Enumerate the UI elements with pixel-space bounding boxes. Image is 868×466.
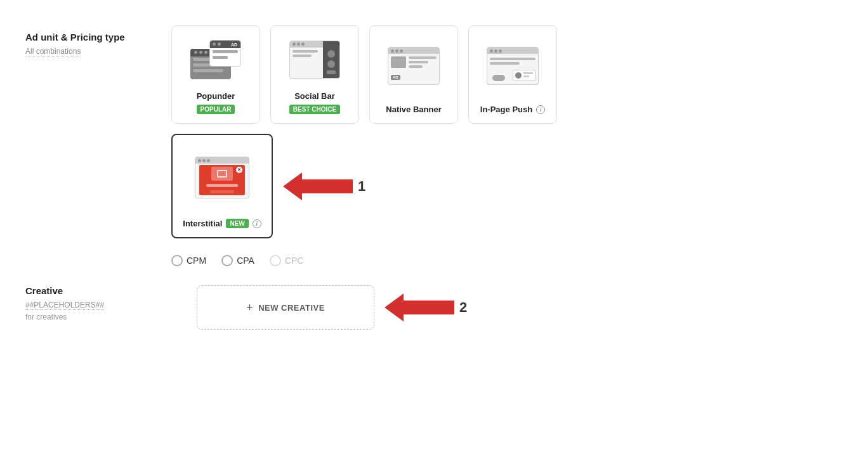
radio-cpm-circle[interactable] xyxy=(171,255,183,266)
fdot2 xyxy=(218,42,221,46)
sb-rect1 xyxy=(327,70,336,74)
is-bar2 xyxy=(210,190,234,193)
arrow1-number: 1 xyxy=(358,178,365,195)
interstitial-info-icon[interactable]: i xyxy=(253,219,261,228)
interstitial-icon-wrapper: ✕ xyxy=(179,143,265,212)
sdot3 xyxy=(301,42,305,46)
creative-sublabel: for creatives xyxy=(25,313,171,321)
ip-line2 xyxy=(490,62,520,65)
nb-left: AD xyxy=(391,56,406,81)
new-creative-label: NEW CREATIVE xyxy=(258,303,325,313)
ad-unit-section: Ad unit & Pricing type All combinations xyxy=(25,25,868,266)
dot2 xyxy=(199,51,202,54)
radio-cpa[interactable]: CPA xyxy=(221,255,254,266)
ip-body xyxy=(487,54,538,69)
arrow1-body xyxy=(302,179,353,193)
social-bar-badge: BEST CHOICE xyxy=(289,105,340,114)
radio-cpm[interactable]: CPM xyxy=(171,255,206,266)
ip-top-bar xyxy=(487,48,538,54)
top-cards-row: AD Popunder POPULAR xyxy=(171,25,557,124)
social-bar-label-row: Social Bar BEST CHOICE xyxy=(277,91,352,114)
sdot1 xyxy=(293,42,296,46)
in-page-push-info-icon[interactable]: i xyxy=(536,105,545,114)
arrow1-annotation: 1 xyxy=(283,172,365,200)
arrow1-head xyxy=(283,172,302,200)
in-page-push-icon-wrapper xyxy=(475,34,550,98)
new-creative-button[interactable]: + NEW CREATIVE xyxy=(197,285,374,330)
ip-notif-icon xyxy=(515,72,522,79)
social-bar-icon-wrapper xyxy=(277,34,352,85)
arrow1 xyxy=(283,172,353,200)
sb-line2 xyxy=(293,55,312,57)
popunder-name: Popunder xyxy=(197,91,235,101)
radio-cpa-label: CPA xyxy=(237,256,254,266)
card-interstitial[interactable]: ✕ Interstitial NEW i xyxy=(171,134,273,238)
arrow2 xyxy=(385,294,454,321)
arrow2-annotation: 2 xyxy=(385,294,467,321)
ad-label: AD xyxy=(229,42,239,48)
ip-text xyxy=(523,72,533,79)
ip-tline2 xyxy=(523,75,529,77)
popunder-label-row: Popunder POPULAR xyxy=(178,91,253,114)
ad-unit-sublabel: All combinations xyxy=(25,47,81,56)
ip-line1 xyxy=(490,58,536,60)
ad-unit-label: Ad unit & Pricing type xyxy=(25,32,171,42)
fline2 xyxy=(213,56,228,59)
radio-cpc: CPC xyxy=(270,255,304,266)
sb-circle1 xyxy=(327,50,335,58)
second-row: ✕ Interstitial NEW i xyxy=(171,134,557,238)
ad-unit-meta: Ad unit & Pricing type All combinations xyxy=(25,25,171,69)
arrow2-body xyxy=(404,301,454,314)
in-page-push-name: In-Page Push xyxy=(480,105,532,114)
ip-toggle xyxy=(492,75,505,81)
native-banner-icon-wrapper: AD xyxy=(376,34,451,98)
nb-ad-badge: AD xyxy=(391,75,400,80)
social-bar-icon xyxy=(289,41,340,79)
creative-action-row: + NEW CREATIVE 2 xyxy=(197,285,467,330)
ip-notification xyxy=(513,70,536,81)
card-in-page-push[interactable]: In-Page Push i xyxy=(468,25,557,124)
popunder-icon: AD xyxy=(190,40,241,79)
nb-top-bar xyxy=(388,48,439,54)
radio-cpa-circle[interactable] xyxy=(221,255,233,266)
is-overlay: ✕ xyxy=(199,165,245,195)
card-social-bar[interactable]: Social Bar BEST CHOICE xyxy=(270,25,359,124)
is-top-bar xyxy=(195,157,249,164)
ipdot2 xyxy=(494,49,497,53)
fline1 xyxy=(213,50,238,53)
dot3 xyxy=(204,51,207,54)
nb-line3 xyxy=(409,65,423,68)
creative-placeholder: ##PLACEHOLDERS## xyxy=(25,301,104,310)
popunder-icon-wrapper: AD xyxy=(178,34,253,85)
radio-cpc-circle xyxy=(270,255,281,266)
creative-label: Creative xyxy=(25,285,171,296)
interstitial-name: Interstitial xyxy=(183,219,222,228)
native-banner-name: Native Banner xyxy=(386,105,441,114)
nb-line1 xyxy=(409,56,437,59)
in-page-push-icon xyxy=(487,47,539,85)
radio-cpm-label: CPM xyxy=(187,256,206,266)
isdot2 xyxy=(202,159,206,162)
pricing-group: CPM CPA CPC xyxy=(171,255,557,266)
plus-icon: + xyxy=(246,301,253,314)
native-banner-icon: AD xyxy=(388,47,440,85)
social-bar-name: Social Bar xyxy=(294,91,335,101)
ipdot1 xyxy=(490,49,493,53)
sdot2 xyxy=(297,42,300,46)
interstitial-badge: NEW xyxy=(226,219,248,228)
nb-line2 xyxy=(409,61,428,63)
interstitial-label-row: Interstitial NEW i xyxy=(183,219,261,228)
nb-image xyxy=(391,56,406,68)
card-native-banner[interactable]: AD Native Banner xyxy=(369,25,458,124)
radio-cpc-label: CPC xyxy=(285,256,304,266)
nb-body: AD xyxy=(388,54,439,84)
card-popunder[interactable]: AD Popunder POPULAR xyxy=(171,25,260,124)
interstitial-icon: ✕ xyxy=(195,157,249,198)
sb-circle2 xyxy=(327,60,335,68)
ip-tline1 xyxy=(523,72,533,74)
arrow2-number: 2 xyxy=(459,299,467,316)
native-banner-label-row: Native Banner xyxy=(386,105,441,114)
ndot3 xyxy=(400,49,403,53)
creative-meta: Creative ##PLACEHOLDERS## for creatives xyxy=(25,285,171,321)
isdot3 xyxy=(207,159,210,162)
